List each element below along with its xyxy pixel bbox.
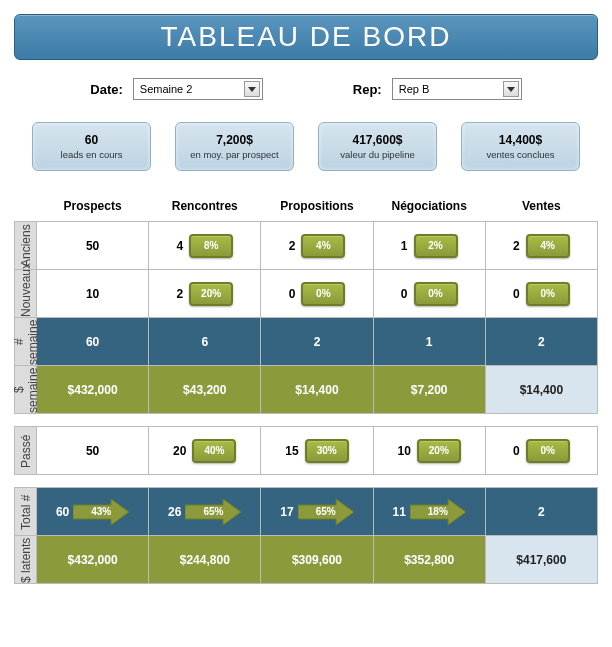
kpi-pipeline: 417,600$ valeur du pipeline: [318, 122, 437, 171]
cell: 60: [37, 318, 149, 366]
pct-badge: 0%: [414, 282, 458, 306]
rep-filter: Rep: Rep B: [353, 78, 522, 100]
cell: $417,600: [485, 536, 597, 584]
rep-dropdown[interactable]: Rep B: [392, 78, 522, 100]
row-label-count: # semaine: [15, 318, 37, 366]
arrow-icon: 43%: [73, 499, 129, 525]
row-label-nouveaux: Nouveaux: [15, 270, 37, 318]
cell: 11 18%: [373, 488, 485, 536]
kpi-value: 7,200$: [180, 133, 289, 147]
cell: 1020%: [373, 427, 485, 475]
date-dropdown[interactable]: Semaine 2: [133, 78, 263, 100]
cell: 00%: [261, 270, 373, 318]
pct-badge: 4%: [526, 234, 570, 258]
kpi-leads: 60 leads en cours: [32, 122, 151, 171]
pct-badge: 8%: [189, 234, 233, 258]
cell: 2: [485, 318, 597, 366]
row-label-anciens: Anciens: [15, 222, 37, 270]
pct-badge: 20%: [189, 282, 233, 306]
filter-bar: Date: Semaine 2 Rep: Rep B: [14, 78, 598, 100]
cell: 17 65%: [261, 488, 373, 536]
cell: 48%: [149, 222, 261, 270]
col-prospects: Prospects: [37, 195, 149, 222]
pct-badge: 2%: [414, 234, 458, 258]
header-row: Prospects Rencontres Propositions Négoci…: [15, 195, 598, 222]
row-label-total: Total #: [15, 488, 37, 536]
cell: 12%: [373, 222, 485, 270]
rep-value: Rep B: [399, 83, 430, 95]
row-anciens: Anciens 50 48% 24% 12% 24%: [15, 222, 598, 270]
pct-badge: 20%: [417, 439, 461, 463]
cell: 26 65%: [149, 488, 261, 536]
kpi-row: 60 leads en cours 7,200$ en moy. par pro…: [14, 122, 598, 171]
cell: 220%: [149, 270, 261, 318]
row-nouveaux: Nouveaux 10 220% 00% 00% 00%: [15, 270, 598, 318]
pct-badge: 30%: [305, 439, 349, 463]
cell: 6: [149, 318, 261, 366]
total-table: Total # 60 43% 26 65% 17: [14, 487, 598, 584]
kpi-value: 417,600$: [323, 133, 432, 147]
kpi-label: leads en cours: [37, 149, 146, 160]
kpi-label: en moy. par prospect: [180, 149, 289, 160]
cell: 50: [37, 222, 149, 270]
cell: 2040%: [149, 427, 261, 475]
arrow-icon: 18%: [410, 499, 466, 525]
date-label: Date:: [90, 82, 123, 97]
cell: $352,800: [373, 536, 485, 584]
arrow-icon: 65%: [298, 499, 354, 525]
pct-badge: 40%: [192, 439, 236, 463]
cell: $244,800: [149, 536, 261, 584]
row-latents: $ latents $432,000 $244,800 $309,600 $35…: [15, 536, 598, 584]
cell: 24%: [261, 222, 373, 270]
cell: 00%: [485, 427, 597, 475]
page-title: TABLEAU DE BORD: [14, 14, 598, 60]
kpi-closed: 14,400$ ventes conclues: [461, 122, 580, 171]
rep-label: Rep:: [353, 82, 382, 97]
cell: 10: [37, 270, 149, 318]
row-passe: Passé 50 2040% 1530% 1020% 00%: [15, 427, 598, 475]
row-count: # semaine 60 6 2 1 2: [15, 318, 598, 366]
cell: 00%: [373, 270, 485, 318]
row-label-latents: $ latents: [15, 536, 37, 584]
kpi-label: ventes conclues: [466, 149, 575, 160]
pct-badge: 4%: [301, 234, 345, 258]
row-label-passe: Passé: [15, 427, 37, 475]
kpi-value: 60: [37, 133, 146, 147]
cell: $14,400: [261, 366, 373, 414]
col-propositions: Propositions: [261, 195, 373, 222]
cell: 50: [37, 427, 149, 475]
cell: 1530%: [261, 427, 373, 475]
pct-badge: 0%: [301, 282, 345, 306]
cell: 2: [485, 488, 597, 536]
cell: 24%: [485, 222, 597, 270]
row-total: Total # 60 43% 26 65% 17: [15, 488, 598, 536]
arrow-icon: 65%: [185, 499, 241, 525]
cell: $7,200: [373, 366, 485, 414]
date-filter: Date: Semaine 2: [90, 78, 263, 100]
date-value: Semaine 2: [140, 83, 193, 95]
chevron-down-icon: [503, 81, 519, 97]
cell: $309,600: [261, 536, 373, 584]
cell: $43,200: [149, 366, 261, 414]
kpi-avg-prospect: 7,200$ en moy. par prospect: [175, 122, 294, 171]
cell: $432,000: [37, 366, 149, 414]
col-negociations: Négociations: [373, 195, 485, 222]
cell: $432,000: [37, 536, 149, 584]
chevron-down-icon: [244, 81, 260, 97]
kpi-value: 14,400$: [466, 133, 575, 147]
cell: 1: [373, 318, 485, 366]
row-money: $ semaine $432,000 $43,200 $14,400 $7,20…: [15, 366, 598, 414]
cell: 00%: [485, 270, 597, 318]
passe-table: Passé 50 2040% 1530% 1020% 00%: [14, 426, 598, 475]
cell: 60 43%: [37, 488, 149, 536]
row-label-money: $ semaine: [15, 366, 37, 414]
col-rencontres: Rencontres: [149, 195, 261, 222]
pct-badge: 0%: [526, 282, 570, 306]
pct-badge: 0%: [526, 439, 570, 463]
kpi-label: valeur du pipeline: [323, 149, 432, 160]
pipeline-table: Prospects Rencontres Propositions Négoci…: [14, 195, 598, 414]
col-ventes: Ventes: [485, 195, 597, 222]
cell: $14,400: [485, 366, 597, 414]
cell: 2: [261, 318, 373, 366]
